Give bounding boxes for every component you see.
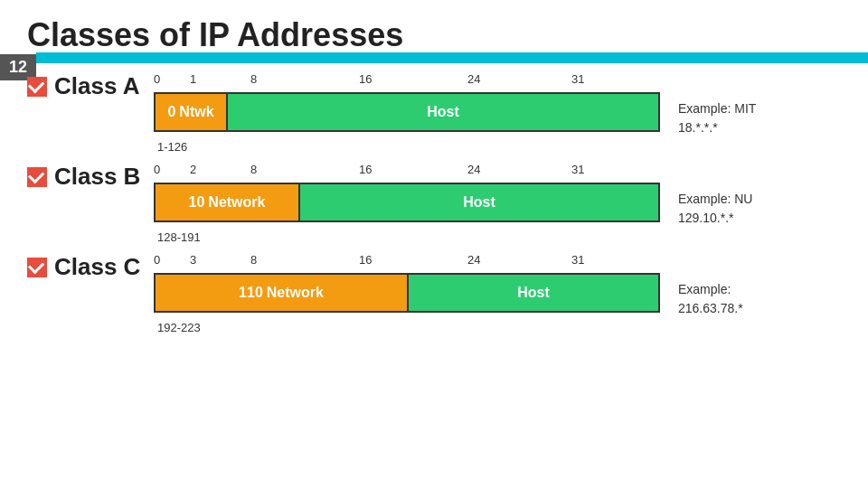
class-b-example: Example: NU 129.10.*.* xyxy=(678,183,752,228)
class-a-checkbox[interactable] xyxy=(27,77,47,97)
class-a-range: 1-126 xyxy=(154,140,841,154)
bit-31-a: 31 xyxy=(571,72,584,86)
class-c-diagram: 0 3 8 16 24 31 110 Network Host Example:… xyxy=(154,253,841,334)
class-c-ntwk-segment: 110 Network xyxy=(156,275,409,311)
class-a-bar: 0 Ntwk Host xyxy=(154,92,660,132)
bit-2-b: 2 xyxy=(190,163,196,176)
class-b-host-segment: Host xyxy=(300,184,658,221)
bit-3-c: 3 xyxy=(190,253,196,267)
bit-0-a: 0 xyxy=(154,72,160,86)
class-c-range: 192-223 xyxy=(154,321,841,334)
class-a-ntwk-segment: 0 Ntwk xyxy=(156,94,228,130)
class-a-example: Example: MIT 18.*.*.* xyxy=(678,92,756,137)
class-a-bit-row: 0 1 8 16 24 31 xyxy=(154,72,660,90)
bit-8-b: 8 xyxy=(250,163,257,176)
class-b-row: Class B 0 2 8 16 24 31 10 Network Host xyxy=(27,163,841,244)
bit-24-c: 24 xyxy=(467,253,480,267)
bit-0-b: 0 xyxy=(154,163,160,176)
class-b-range: 128-191 xyxy=(154,230,841,244)
bit-8-a: 8 xyxy=(250,72,257,86)
class-a-label: Class A xyxy=(54,72,139,100)
class-a-host-segment: Host xyxy=(228,94,658,130)
bit-24-b: 24 xyxy=(467,163,480,176)
class-b-checkbox[interactable] xyxy=(27,167,47,187)
bit-16-a: 16 xyxy=(359,72,372,86)
bit-1-a: 1 xyxy=(190,72,196,86)
class-a-row: Class A 0 1 8 16 24 31 0 Ntwk Host xyxy=(27,72,841,154)
class-b-label: Class B xyxy=(54,163,140,191)
class-a-diagram: 0 1 8 16 24 31 0 Ntwk Host Example: MIT … xyxy=(154,72,841,154)
bit-31-c: 31 xyxy=(571,253,584,267)
class-c-checkbox[interactable] xyxy=(27,258,47,277)
bit-24-a: 24 xyxy=(467,72,480,86)
class-b-diagram: 0 2 8 16 24 31 10 Network Host Example: … xyxy=(154,163,841,244)
bit-8-c: 8 xyxy=(250,253,257,267)
class-c-bit-row: 0 3 8 16 24 31 xyxy=(154,253,660,271)
class-c-label: Class C xyxy=(54,253,140,281)
bit-16-c: 16 xyxy=(359,253,372,267)
bit-31-b: 31 xyxy=(571,163,584,176)
class-c-row: Class C 0 3 8 16 24 31 110 Network Host xyxy=(27,253,841,334)
class-c-host-segment: Host xyxy=(409,275,658,311)
teal-accent-bar xyxy=(36,52,868,63)
class-c-example: Example: 216.63.78.* xyxy=(678,273,743,318)
class-c-bar: 110 Network Host xyxy=(154,273,660,313)
bit-0-c: 0 xyxy=(154,253,160,267)
class-b-ntwk-segment: 10 Network xyxy=(156,184,300,221)
class-b-bit-row: 0 2 8 16 24 31 xyxy=(154,163,660,181)
bit-16-b: 16 xyxy=(359,163,372,176)
class-b-bar: 10 Network Host xyxy=(154,183,660,222)
